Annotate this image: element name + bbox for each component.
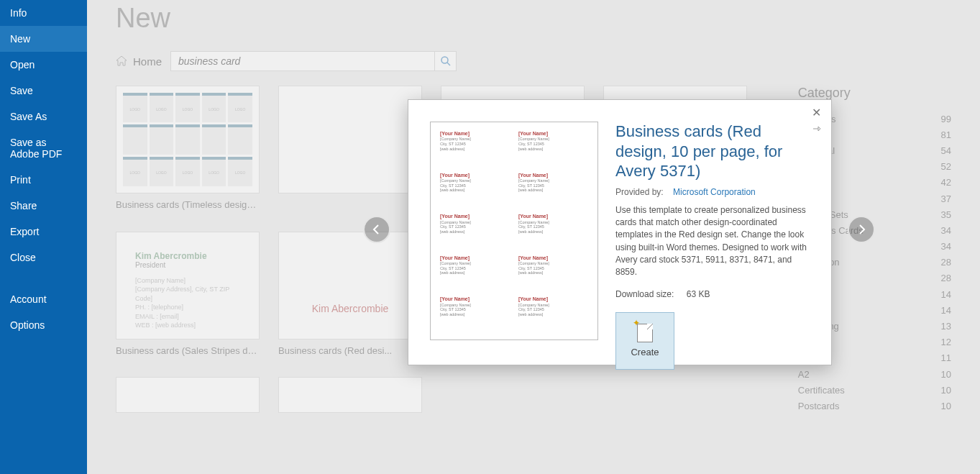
download-size-value: 63 KB <box>687 289 710 299</box>
preview-card: [Your Name][Company Name]City, ST 12345[… <box>516 254 590 291</box>
pin-button[interactable] <box>812 124 823 135</box>
preview-card: [Your Name][Company Name]City, ST 12345[… <box>438 212 512 250</box>
close-button[interactable]: ✕ <box>810 106 823 119</box>
preview-card: [Your Name][Company Name]City, ST 12345[… <box>516 129 590 167</box>
template-preview-modal: ✕ [Your Name][Company Name]City, ST 1234… <box>408 99 832 365</box>
backstage-main: New Home <box>87 0 980 474</box>
modal-description: Use this template to create personalized… <box>615 204 810 279</box>
sidebar-item-share[interactable]: Share <box>0 193 87 219</box>
provided-by-label: Provided by: <box>615 187 664 197</box>
close-icon: ✕ <box>812 106 821 119</box>
sidebar-item-save-as[interactable]: Save As <box>0 104 87 129</box>
next-template-button[interactable] <box>848 216 875 243</box>
preview-card: [Your Name][Company Name]City, ST 12345[… <box>516 295 590 332</box>
sidebar-item-save[interactable]: Save <box>0 78 87 104</box>
sidebar-item-new[interactable]: New <box>0 26 87 52</box>
sidebar-item-options[interactable]: Options <box>0 312 87 338</box>
sidebar-item-account[interactable]: Account <box>0 286 87 312</box>
download-size-label: Download size: <box>615 289 674 299</box>
sidebar-item-export[interactable]: Export <box>0 219 87 245</box>
preview-card: [Your Name][Company Name]City, ST 12345[… <box>438 295 512 332</box>
create-button-label: Create <box>631 347 659 357</box>
prev-template-button[interactable] <box>363 216 390 243</box>
preview-card: [Your Name][Company Name]City, ST 12345[… <box>438 129 512 167</box>
modal-title: Business cards (Red design, 10 per page,… <box>615 122 810 181</box>
sidebar-item-close[interactable]: Close <box>0 245 87 270</box>
preview-card: [Your Name][Company Name]City, ST 12345[… <box>516 212 590 250</box>
provider-link[interactable]: Microsoft Corporation <box>673 187 756 197</box>
backstage-sidebar: Info New Open Save Save As Save as Adobe… <box>0 0 87 474</box>
preview-card: [Your Name][Company Name]City, ST 12345[… <box>438 254 512 291</box>
document-icon <box>637 324 653 342</box>
preview-card: [Your Name][Company Name]City, ST 12345[… <box>438 171 512 209</box>
sidebar-item-info[interactable]: Info <box>0 0 87 26</box>
pin-icon <box>812 124 821 133</box>
template-large-preview: [Your Name][Company Name]City, ST 12345[… <box>430 122 598 340</box>
sidebar-item-save-as-adobe-pdf[interactable]: Save as Adobe PDF <box>0 129 87 167</box>
sidebar-item-open[interactable]: Open <box>0 52 87 78</box>
sidebar-item-print[interactable]: Print <box>0 167 87 193</box>
create-button[interactable]: ✦ Create <box>615 312 674 370</box>
preview-card: [Your Name][Company Name]City, ST 12345[… <box>516 171 590 209</box>
